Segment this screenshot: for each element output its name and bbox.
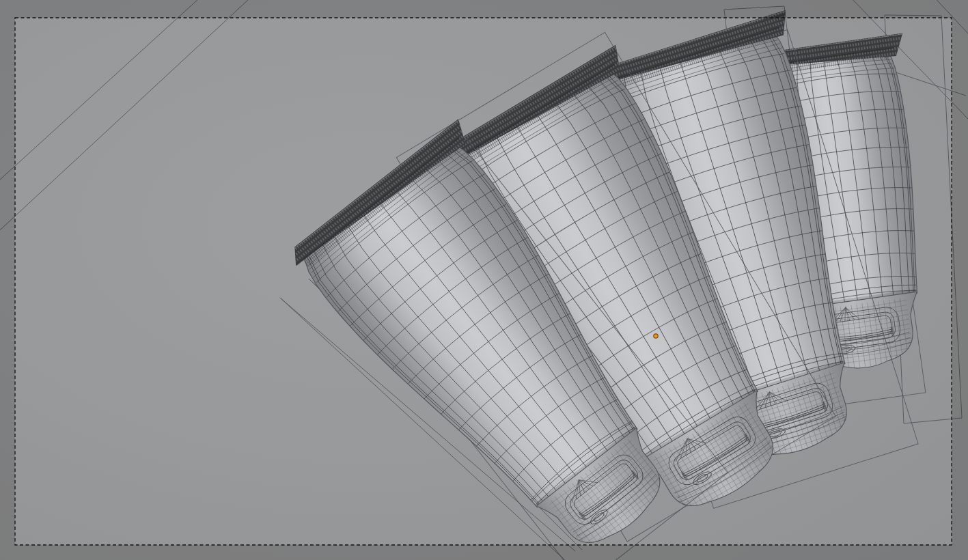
object-origin-indicator[interactable] [654, 334, 658, 338]
blender-3d-viewport[interactable] [0, 0, 968, 560]
viewport-canvas[interactable] [0, 0, 968, 560]
